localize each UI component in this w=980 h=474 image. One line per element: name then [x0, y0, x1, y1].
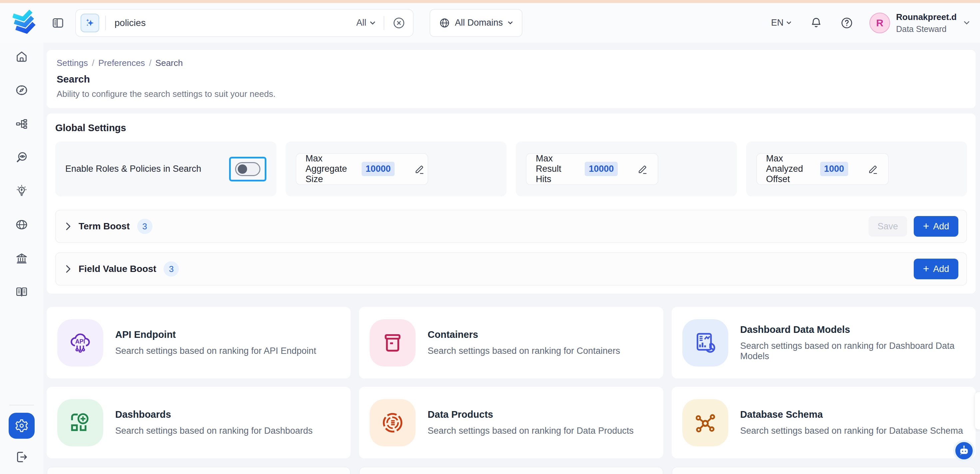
- setting-value[interactable]: 1000: [820, 162, 848, 176]
- sidebar-item-domains[interactable]: [15, 218, 28, 231]
- sidebar-item-insights[interactable]: [15, 185, 28, 198]
- app-logo[interactable]: [13, 10, 36, 36]
- divider: [383, 16, 384, 30]
- entity-card-description: Search settings based on ranking for Das…: [115, 426, 313, 436]
- dashboard-data-model-icon: [693, 330, 718, 355]
- edge-panel-handle[interactable]: [975, 392, 980, 429]
- entity-card-database-schema[interactable]: Database Schema Search settings based on…: [671, 387, 976, 458]
- entity-card-title: Database Schema: [740, 409, 963, 420]
- setting-value[interactable]: 10000: [585, 162, 618, 176]
- entity-card-dashboard-data-models[interactable]: Dashboard Data Models Search settings ba…: [671, 307, 976, 379]
- edit-button[interactable]: [637, 164, 648, 175]
- search-scope-dropdown[interactable]: All: [356, 17, 375, 28]
- global-settings-heading: Global Settings: [55, 122, 967, 134]
- gear-icon: [14, 418, 29, 433]
- container-icon: [380, 330, 405, 355]
- edit-button[interactable]: [414, 164, 425, 175]
- setting-label: Max Analyzed Offset: [766, 153, 805, 185]
- entity-icon-tile: [370, 319, 415, 366]
- setting-card-max-analyzed-offset: Max Analyzed Offset 1000: [746, 142, 967, 196]
- setting-card-roles-policies: Enable Roles & Policies in Search: [55, 142, 276, 196]
- entity-card-partial: [359, 467, 663, 474]
- question-circle-icon: [840, 17, 853, 29]
- add-field-value-boost-button[interactable]: + Add: [914, 259, 958, 279]
- entity-settings-grid: API API Endpoint Search settings based o…: [47, 307, 976, 458]
- entity-card-title: Containers: [428, 329, 620, 340]
- globe-icon: [15, 218, 28, 231]
- plus-icon: +: [923, 263, 929, 274]
- logout-button[interactable]: [15, 450, 29, 464]
- entity-icon-tile: API: [57, 319, 103, 366]
- user-avatar[interactable]: R: [869, 13, 890, 33]
- setting-value[interactable]: 10000: [362, 162, 395, 176]
- entity-card-containers[interactable]: Containers Search settings based on rank…: [359, 307, 663, 379]
- chevron-down-icon: [963, 21, 970, 25]
- user-menu[interactable]: Rounakpreet.d Data Steward: [896, 12, 957, 34]
- entity-card-text: Dashboard Data Models Search settings ba…: [740, 324, 965, 361]
- entity-icon-tile: [682, 399, 728, 446]
- chatbot-icon: [957, 444, 970, 457]
- field-value-boost-row[interactable]: Field Value Boost 3 + Add: [55, 252, 967, 286]
- notifications-button[interactable]: [809, 16, 824, 30]
- ai-search-button[interactable]: [81, 14, 99, 32]
- entity-card-title: Dashboards: [115, 409, 313, 420]
- chevron-down-icon: [370, 21, 375, 25]
- term-boost-row[interactable]: Term Boost 3 Save + Add: [55, 210, 967, 243]
- entity-card-text: Dashboards Search settings based on rank…: [115, 409, 313, 436]
- toggle-track: [235, 162, 260, 176]
- sidebar-item-governance[interactable]: [15, 252, 28, 265]
- sidebar-item-explore[interactable]: [15, 84, 28, 97]
- entity-card-partial: [47, 467, 351, 474]
- entity-card-text: Containers Search settings based on rank…: [428, 329, 620, 356]
- sidebar-item-settings-active[interactable]: [9, 413, 35, 439]
- user-menu-chevron[interactable]: [963, 21, 970, 25]
- entity-card-dashboards[interactable]: Dashboards Search settings based on rank…: [47, 387, 351, 458]
- add-term-boost-button[interactable]: + Add: [914, 216, 958, 237]
- chevron-down-icon: [786, 21, 792, 25]
- sidebar-toggle-button[interactable]: [51, 16, 65, 30]
- compass-icon: [15, 84, 28, 97]
- lightbulb-icon: [15, 185, 28, 198]
- divider: [10, 405, 34, 406]
- topbar-right-cluster: EN R Rou: [771, 12, 970, 34]
- panel-icon: [51, 16, 65, 30]
- breadcrumb-preferences[interactable]: Preferences: [98, 58, 145, 68]
- user-role: Data Steward: [896, 24, 957, 34]
- field-value-boost-actions: + Add: [914, 259, 958, 279]
- domains-filter-label: All Domains: [455, 17, 503, 28]
- sidebar-item-lineage[interactable]: [15, 117, 28, 130]
- plus-icon: +: [923, 221, 929, 231]
- sidebar-item-observability[interactable]: [15, 151, 28, 164]
- help-button[interactable]: [840, 16, 854, 30]
- global-search-bar[interactable]: policies All: [75, 9, 414, 37]
- divider: [105, 16, 106, 30]
- entity-card-data-products[interactable]: Data Products Search settings based on r…: [359, 387, 663, 458]
- hierarchy-icon: [15, 117, 28, 130]
- search-input[interactable]: policies: [115, 17, 356, 28]
- domains-filter-button[interactable]: All Domains: [430, 9, 522, 37]
- schema-molecule-icon: [693, 410, 718, 435]
- language-dropdown[interactable]: EN: [771, 17, 792, 28]
- sidebar-item-glossary[interactable]: [15, 285, 28, 299]
- app-window: policies All All Do: [0, 0, 980, 474]
- page-title: Search: [57, 73, 966, 85]
- entity-card-text: Database Schema Search settings based on…: [740, 409, 963, 436]
- entity-card-text: API Endpoint Search settings based on ra…: [115, 329, 316, 356]
- sidebar-item-home[interactable]: [15, 50, 28, 63]
- setting-card-max-aggregate-size: Max Aggregate Size 10000: [286, 142, 507, 196]
- globe-icon: [439, 17, 450, 29]
- setting-field: Max Analyzed Offset 1000: [756, 153, 889, 185]
- roles-policies-toggle[interactable]: [229, 157, 266, 181]
- layers-logo-icon: [13, 10, 36, 36]
- chat-assistant-button[interactable]: [953, 440, 975, 461]
- entity-card-text: Data Products Search settings based on r…: [428, 409, 633, 436]
- pencil-icon: [637, 164, 648, 175]
- save-button[interactable]: Save: [869, 216, 907, 237]
- edit-button[interactable]: [867, 164, 879, 175]
- term-boost-actions: Save + Add: [869, 216, 958, 237]
- entity-card-title: Dashboard Data Models: [740, 324, 965, 335]
- clear-search-button[interactable]: [392, 16, 406, 30]
- entity-card-api-endpoint[interactable]: API API Endpoint Search settings based o…: [47, 307, 351, 379]
- breadcrumb-settings[interactable]: Settings: [57, 58, 88, 68]
- entity-card-description: Search settings based on ranking for Das…: [740, 341, 965, 361]
